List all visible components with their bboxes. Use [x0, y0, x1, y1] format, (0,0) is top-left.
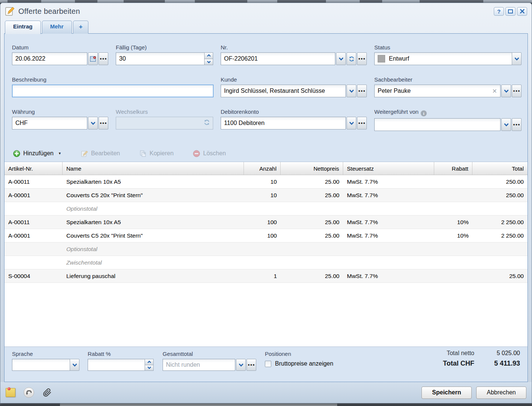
cell-name: Couverts C5 20x "Print Stern": [63, 189, 244, 202]
faellig-input[interactable]: 30: [116, 52, 205, 65]
sachbearbeiter-value: Peter Pauke: [378, 88, 411, 94]
table-row[interactable]: A-00001Couverts C5 20x "Print Stern"1025…: [4, 189, 528, 202]
stepper-down-button[interactable]: [145, 365, 154, 371]
cell-steuersatz: MwSt. 7.7%: [343, 229, 434, 242]
nr-refresh-button[interactable]: [347, 52, 356, 65]
gesamttotal-dropdown-button[interactable]: [236, 359, 246, 371]
cell-anzahl: 10: [244, 175, 281, 188]
sachbearbeiter-dropdown-button[interactable]: [501, 85, 511, 97]
cell-artikel: [4, 202, 63, 215]
column-header-name[interactable]: Name: [63, 162, 244, 175]
edit-position-button[interactable]: Bearbeiten: [76, 147, 125, 160]
table-row[interactable]: S-00004Lieferung pauschal125.00MwSt. 7.7…: [4, 269, 528, 283]
gesamttotal-select[interactable]: Nicht runden: [163, 359, 235, 371]
totals-summary: Total netto 5 025.00 Total CHF 5 411.93: [443, 350, 520, 367]
status-select[interactable]: Entwurf: [374, 52, 512, 65]
attachment-icon[interactable]: [42, 387, 52, 398]
column-header-anzahl[interactable]: Anzahl: [244, 162, 281, 175]
clear-icon[interactable]: ✕: [490, 88, 497, 95]
chevron-down-icon: [349, 122, 354, 125]
weitergefuehrt-more-button[interactable]: ●●●: [512, 118, 522, 131]
nr-more-button[interactable]: ●●●: [357, 52, 367, 65]
cell-anzahl: [244, 202, 281, 215]
gesamttotal-more-button[interactable]: ●●●: [247, 359, 256, 371]
faellig-stepper: [204, 52, 213, 65]
table-row[interactable]: Optionstotal: [4, 202, 528, 216]
bruttopreise-checkbox[interactable]: [265, 361, 271, 367]
weitergefuehrt-input[interactable]: [374, 118, 501, 131]
table-row[interactable]: Zwischentotal: [4, 256, 528, 269]
column-header-rabatt[interactable]: Rabatt: [434, 162, 472, 175]
table-row[interactable]: A-00011Spezialkarten 10x A51025.00MwSt. …: [4, 175, 528, 189]
cell-artikel: [4, 242, 63, 256]
sprache-select[interactable]: [12, 359, 70, 371]
total-chf-label: Total CHF: [443, 360, 474, 367]
tab-eintrag[interactable]: Eintrag: [5, 21, 41, 34]
stepper-up-button[interactable]: [145, 359, 154, 365]
debitorenkonto-input[interactable]: 1100 Debitoren: [221, 117, 346, 129]
beschreibung-input[interactable]: [12, 85, 214, 97]
add-position-label: Hinzufügen: [23, 150, 54, 157]
column-header-artikel[interactable]: Artikel-Nr.: [4, 162, 63, 175]
cancel-button[interactable]: Abbrechen: [476, 387, 526, 399]
kunde-input[interactable]: Ingird Schlüssel, Restaurant Schlüsse: [221, 85, 346, 97]
history-icon[interactable]: [24, 387, 34, 398]
cell-anzahl: 10: [244, 189, 281, 202]
debitorenkonto-more-button[interactable]: ●●●: [357, 117, 367, 129]
waehrung-input[interactable]: CHF: [12, 117, 87, 129]
stepper-down-button[interactable]: [204, 59, 213, 65]
tab-mehr[interactable]: Mehr: [42, 21, 72, 34]
save-button[interactable]: Speichern: [421, 387, 472, 399]
column-header-steuersatz[interactable]: Steuersatz: [343, 162, 434, 175]
cell-nettopreis: [281, 202, 343, 215]
faellig-label: Fällig (Tage): [116, 44, 213, 51]
table-row[interactable]: A-00001Couverts C5 20x "Print Stern"1002…: [4, 229, 528, 242]
cell-anzahl: 100: [244, 216, 281, 229]
rabatt-input[interactable]: [88, 359, 145, 371]
status-color-swatch: [378, 55, 385, 62]
copy-position-button[interactable]: Kopieren: [134, 147, 178, 160]
cell-rabatt: 10%: [434, 216, 472, 229]
nr-label: Nr.: [221, 44, 367, 51]
weitergefuehrt-dropdown-button[interactable]: [501, 118, 511, 131]
waehrung-dropdown-button[interactable]: [88, 117, 98, 129]
debitorenkonto-dropdown-button[interactable]: [347, 117, 356, 129]
notes-icon[interactable]: [6, 388, 15, 397]
nr-input[interactable]: OF-2206201: [221, 52, 335, 65]
sprache-dropdown-button[interactable]: [70, 359, 79, 371]
delete-position-button[interactable]: Löschen: [188, 147, 231, 160]
cell-artikel: A-00001: [4, 189, 63, 202]
kunde-dropdown-button[interactable]: [347, 85, 356, 97]
close-button[interactable]: [517, 7, 527, 16]
dialog-titlebar: Offerte bearbeiten ?: [0, 3, 532, 19]
maximize-button[interactable]: [505, 7, 516, 16]
sachbearbeiter-more-button[interactable]: ●●●: [512, 85, 522, 97]
add-position-button[interactable]: Hinzufügen ▼: [8, 147, 66, 160]
table-row[interactable]: Optionstotal: [4, 242, 528, 256]
help-button[interactable]: ?: [494, 7, 504, 16]
sachbearbeiter-input[interactable]: Peter Pauke ✕: [374, 85, 501, 97]
cell-rabatt: [434, 269, 472, 283]
calendar-button[interactable]: [88, 52, 98, 65]
column-header-nettopreis[interactable]: Nettopreis: [281, 162, 343, 175]
copy-position-label: Kopieren: [149, 150, 173, 157]
stepper-up-button[interactable]: [204, 52, 213, 59]
beschreibung-label: Beschreibung: [12, 76, 214, 83]
datum-more-button[interactable]: ●●●: [99, 52, 108, 65]
column-header-total[interactable]: Total: [472, 162, 528, 175]
cell-rabatt: [434, 189, 472, 202]
positions-toolbar: Hinzufügen ▼ Bearbeiten Kopieren: [4, 145, 528, 162]
status-dropdown-button[interactable]: [512, 52, 522, 65]
cell-nettopreis: 25.00: [281, 189, 343, 202]
rabatt-label: Rabatt %: [88, 351, 154, 357]
kunde-more-button[interactable]: ●●●: [357, 85, 367, 97]
tab-add[interactable]: +: [73, 21, 89, 34]
delete-icon: [193, 150, 200, 157]
chevron-down-icon: [72, 363, 77, 367]
cell-rabatt: [434, 256, 472, 269]
nr-dropdown-button[interactable]: [336, 52, 346, 65]
cell-name: Optionstotal: [63, 242, 244, 256]
table-row[interactable]: A-00011Spezialkarten 10x A510025.00MwSt.…: [4, 216, 528, 229]
datum-input[interactable]: 20.06.2022: [12, 52, 87, 65]
waehrung-more-button[interactable]: ●●●: [99, 117, 108, 129]
